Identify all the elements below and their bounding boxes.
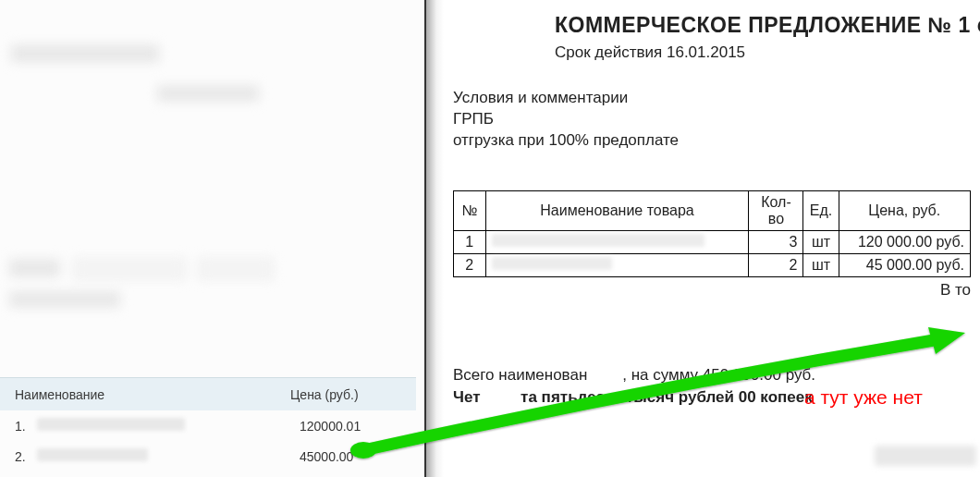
- validity-date: 16.01.2015: [667, 43, 745, 61]
- col-name-header: Наименование товара: [485, 190, 749, 230]
- validity-line: Срок действия 16.01.2015: [555, 43, 980, 62]
- cell-price: 45 000.00 руб.: [839, 253, 970, 276]
- cell-name: [485, 230, 749, 253]
- cell-num: 2: [454, 253, 486, 276]
- footer-blur: [875, 446, 976, 466]
- list-item[interactable]: 2. 45000.00: [0, 441, 425, 471]
- left-blurred-area: [0, 0, 425, 370]
- annotation-text: а тут уже нет: [804, 386, 923, 409]
- left-header-price: Цена (руб.): [290, 387, 401, 402]
- row-name-placeholder: [37, 418, 300, 434]
- list-item[interactable]: 1. 120000.01: [0, 410, 425, 441]
- conditions-line: отгрузка при 100% предоплате: [453, 130, 980, 152]
- cell-price: 120 000.00 руб.: [839, 230, 970, 253]
- left-rows: 1. 120000.01 2. 45000.00: [0, 410, 425, 471]
- row-number: 2.: [15, 449, 37, 464]
- left-table-header: Наименование Цена (руб.): [0, 377, 416, 410]
- cell-name: [485, 253, 749, 276]
- pane-divider-shadow: [425, 0, 444, 477]
- row-number: 1.: [15, 419, 37, 434]
- cell-num: 1: [454, 230, 486, 253]
- cell-unit: шт: [803, 253, 839, 276]
- table-header-row: № Наименование товара Кол-во Ед. Цена, р…: [454, 190, 971, 230]
- cell-qty: 3: [749, 230, 803, 253]
- col-qty-header: Кол-во: [749, 190, 803, 230]
- conditions-header: Условия и комментарии: [453, 88, 980, 109]
- items-table: № Наименование товара Кол-во Ед. Цена, р…: [453, 190, 971, 277]
- conditions-line: ГРПБ: [453, 109, 980, 130]
- cell-unit: шт: [803, 230, 839, 253]
- conditions-block: Условия и комментарии ГРПБ отгрузка при …: [453, 88, 980, 152]
- col-unit-header: Ед.: [803, 190, 839, 230]
- left-pane: Наименование Цена (руб.) 1. 120000.01 2.…: [0, 0, 425, 477]
- document-title: КОММЕРЧЕСКОЕ ПРЕДЛОЖЕНИЕ № 1 от 09: [555, 13, 980, 38]
- summary-line-1: Всего наименований: 2, на сумму 450 000.…: [453, 364, 980, 386]
- left-header-name: Наименование: [15, 387, 290, 402]
- row-name-placeholder: [37, 448, 300, 464]
- table-row: 2 2 шт 45 000.00 руб.: [454, 253, 971, 276]
- validity-label: Срок действия: [555, 43, 662, 61]
- pane-divider: [424, 0, 426, 477]
- cell-qty: 2: [749, 253, 803, 276]
- col-num-header: №: [454, 190, 486, 230]
- row-price: 120000.01: [300, 419, 410, 434]
- row-price: 45000.00: [300, 449, 410, 464]
- col-price-header: Цена, руб.: [839, 190, 970, 230]
- table-row: 1 3 шт 120 000.00 руб.: [454, 230, 971, 253]
- under-table-right-text: В то: [453, 281, 971, 300]
